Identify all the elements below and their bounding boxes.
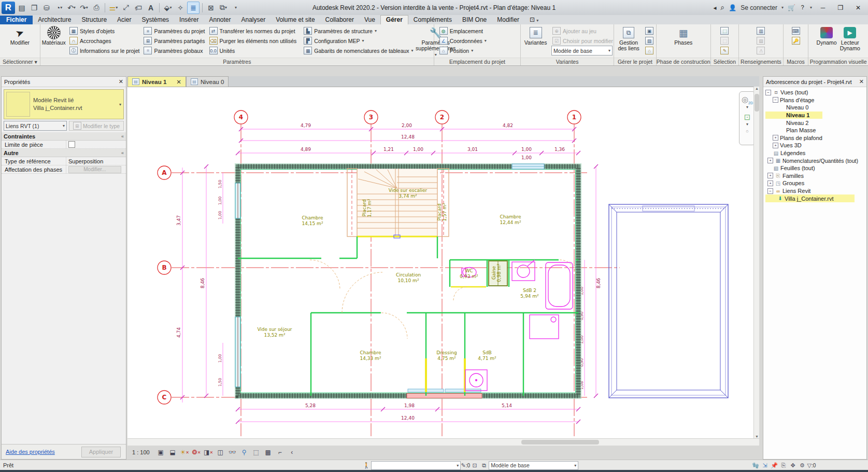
tab-acier[interactable]: Acier [112, 16, 136, 24]
apply-button[interactable]: Appliquer [81, 447, 121, 457]
gestion-des-liens-button[interactable]: ⧉ Gestiondes liens [614, 25, 643, 52]
design-options-pick-icon[interactable]: ⊡ [470, 462, 479, 469]
tree-item-vues[interactable]: −⌑Vues (tout) [765, 89, 866, 96]
emplacement-button[interactable]: ◍Emplacement [438, 26, 488, 36]
drawing-canvas[interactable]: 4 3 2 1 A B C 4,79 2,00 4,82 12,48 4,89 … [127, 87, 753, 439]
print-icon[interactable]: ⎙ [91, 2, 102, 13]
design-options-edit-icon[interactable]: ⧉ [479, 462, 489, 469]
fixtures[interactable] [462, 260, 573, 391]
tree-item-familles[interactable]: +⎘Familles [765, 172, 866, 180]
parametres-partages-button[interactable]: ⊞Paramètres partagés [143, 36, 206, 46]
selection-filter-icon[interactable]: ▽:0 [807, 462, 816, 469]
sun-path-icon[interactable]: ☀✕ [179, 447, 190, 458]
svg-text:2,00[interactable]: 2,00 [402, 123, 412, 128]
view-tab-close-icon[interactable]: ✕ [176, 78, 181, 86]
svg-text:5,14[interactable]: 5,14 [502, 403, 512, 408]
variante-active-combo[interactable]: Modèle de base▾ [551, 46, 613, 55]
temporary-view-properties-icon[interactable]: ▩ [263, 447, 274, 458]
grid-bubble-c[interactable]: C [162, 394, 167, 401]
visual-style-icon[interactable]: ⬓ [167, 447, 178, 458]
parametres-projet-button[interactable]: ≡Paramètres du projet [143, 26, 206, 36]
panel-label-selectionner[interactable]: Sélectionner ▾ [0, 58, 40, 65]
purger-elements-button[interactable]: ⌫Purger les éléments non utilisés [208, 36, 298, 46]
interior-walls[interactable] [238, 237, 578, 396]
navbar-options-icon[interactable]: ○ [746, 129, 748, 134]
select-by-id-button[interactable]: ▤ [756, 36, 766, 46]
edit-type-button[interactable]: ⊞Modifier le type [69, 121, 124, 131]
open-icon[interactable]: ❐ [29, 2, 40, 13]
section-contraintes[interactable]: Contraintes« [2, 132, 126, 141]
dim-top[interactable]: 4,79 [301, 123, 311, 128]
dim-right[interactable]: 8,46 [596, 278, 601, 288]
help-caret-icon[interactable]: ▾ [810, 5, 812, 10]
lecteur-dynamo-button[interactable]: ▶ LecteurDynamo [838, 25, 862, 52]
save-selection-button[interactable]: ⬚ [719, 26, 730, 36]
default-3d-view-icon[interactable]: ⬙▾ [162, 2, 174, 13]
gabarits-nomenclatures-button[interactable]: ▦Gabarits de nomenclatures de tableaux ▾ [303, 46, 414, 55]
transferer-normes-button[interactable]: ⇄Transférer les normes du projet [208, 26, 298, 36]
dim-bottom[interactable]: 5,28 [305, 403, 316, 408]
collapse-arrow-icon[interactable]: ◂ [713, 4, 716, 11]
tree-item-plans-detage[interactable]: −Plans d'étage [765, 96, 866, 104]
new-file-icon[interactable]: ▤ [16, 2, 27, 13]
sign-in-button[interactable]: Se connecter [741, 4, 777, 11]
reveal-hidden-elements-icon[interactable]: ⬚ [251, 447, 262, 458]
svg-text:3,01[interactable]: 3,01 [467, 147, 478, 152]
collapse-viewbar-icon[interactable]: ‹ [287, 447, 297, 458]
undo-icon[interactable]: ↶▾ [66, 2, 77, 13]
tab-collaborer[interactable]: Collaborer [320, 16, 359, 24]
scale-button[interactable]: 1 : 100 [127, 448, 154, 457]
wheel-caret-icon[interactable]: ▾ [746, 105, 748, 109]
select-links-icon[interactable]: ✥ [788, 462, 798, 469]
svg-text:1,98[interactable]: 1,98 [404, 403, 415, 408]
modify-button[interactable]: ➤ Modifier [9, 25, 31, 47]
grid-bubble-b[interactable]: B [162, 264, 166, 271]
steering-wheel-icon[interactable]: ◎2D [742, 95, 753, 105]
svg-text:1,00[interactable]: 1,00 [218, 354, 222, 363]
section-icon[interactable]: ✧ [175, 2, 186, 13]
parametres-globaux-button[interactable]: ⌗Paramètres globaux [143, 46, 206, 55]
tab-fichier[interactable]: Fichier [0, 16, 33, 24]
type-selector[interactable]: Modèle Revit lié Villa j_Container.rvt ▾ [4, 89, 124, 119]
svg-text:1,00[interactable]: 1,00 [521, 155, 532, 160]
view-tab-niveau-1[interactable]: ▤ Niveau 1 ✕ [127, 76, 186, 87]
ajouter-au-jeu-button[interactable]: ⊕Ajouter au jeu [551, 26, 613, 36]
properties-close-icon[interactable]: ✕ [119, 78, 123, 85]
grid-bubble-3[interactable]: 3 [369, 114, 373, 121]
choisir-pour-modifier-button[interactable]: ☑Choisir pour modifier [551, 36, 613, 46]
section-autre[interactable]: Autre« [2, 149, 126, 157]
linked-terrace[interactable] [609, 204, 728, 398]
help-icon[interactable]: ？ [800, 3, 806, 12]
coordonnees-button[interactable]: ∠Coordonnées ▾ [438, 36, 488, 46]
tree-item-vues-3d[interactable]: +Vues 3D [765, 142, 866, 149]
svg-text:4,82[interactable]: 4,82 [503, 123, 513, 128]
svg-text:1,50[interactable]: 1,50 [218, 378, 222, 386]
measure-icon[interactable]: ⚌▾ [108, 2, 119, 13]
dynamo-button[interactable]: Dynamo [815, 25, 838, 47]
minimize-button[interactable]: ─ [816, 3, 830, 13]
phase-mapping-modify-button[interactable]: Modifier... [68, 166, 121, 173]
warnings-button[interactable]: ⚠ [756, 46, 766, 55]
svg-text:1,00[interactable]: 1,00 [218, 211, 222, 219]
tab-architecture[interactable]: Architecture [33, 16, 76, 24]
properties-filter-combo[interactable]: Liens RVT (1)▾ [4, 121, 67, 131]
shadows-icon[interactable]: ❂✕ [191, 447, 202, 458]
tab-volume-et-site[interactable]: Volume et site [271, 16, 320, 24]
tab-modifier[interactable]: Modifier [492, 16, 524, 24]
tree-item-plans-de-plafond[interactable]: +Plans de plafond [765, 134, 866, 142]
svg-text:1,00[interactable]: 1,00 [218, 196, 222, 205]
edit-selection-button[interactable]: ✎ [719, 46, 730, 55]
configuration-mep-button[interactable]: ▛Configuration MEP ▾ [303, 36, 414, 46]
macro-manager-button[interactable]: ⌨ [791, 26, 801, 36]
sync-icon[interactable]: ◔▾ [53, 2, 65, 13]
aligned-dimension-icon[interactable]: ⤢ [120, 2, 132, 13]
close-hidden-windows-icon[interactable]: ⊠ [205, 2, 217, 13]
accrochages-button[interactable]: ∩Accrochages [68, 36, 141, 46]
design-option-combo[interactable]: Modèle de base▾ [489, 461, 578, 470]
position-button[interactable]: ⌂Position ▾ [438, 46, 488, 55]
detail-level-icon[interactable]: ▣ [155, 447, 166, 458]
svg-text:1,36[interactable]: 1,36 [554, 147, 565, 152]
tree-item-legendes[interactable]: ▤Légendes [765, 149, 866, 157]
styles-objets-button[interactable]: ▦Styles d'objets [68, 26, 141, 36]
save-icon[interactable]: ⛁ [41, 2, 52, 13]
